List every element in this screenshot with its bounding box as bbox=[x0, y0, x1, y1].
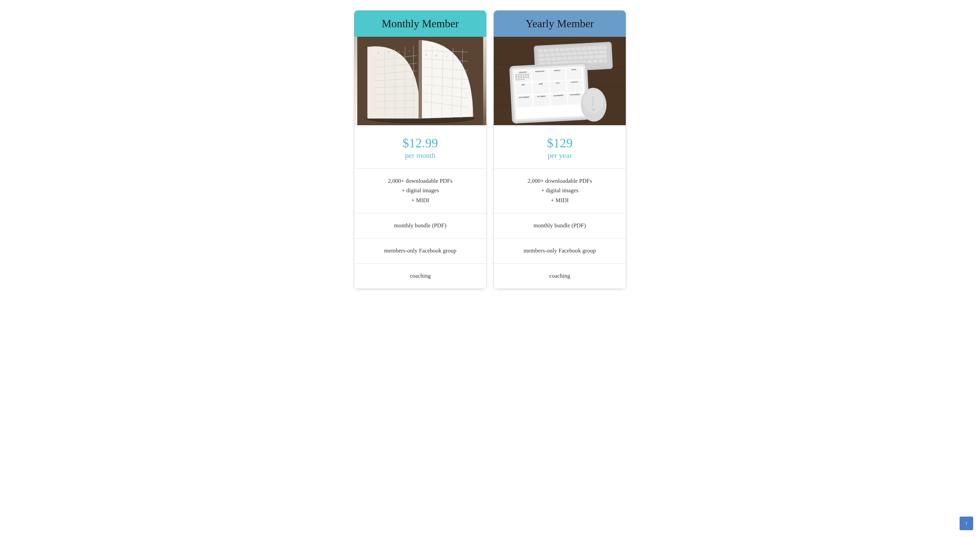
svg-rect-122 bbox=[527, 75, 529, 76]
svg-text:MARCH: MARCH bbox=[554, 69, 560, 72]
svg-rect-61 bbox=[583, 51, 588, 55]
yearly-feature-downloads: 2,000+ downloadable PDFs+ digital images… bbox=[494, 169, 626, 214]
svg-rect-126 bbox=[523, 77, 524, 78]
svg-rect-111 bbox=[515, 74, 517, 75]
svg-rect-55 bbox=[550, 53, 555, 56]
scroll-to-top-icon: ↑ bbox=[965, 520, 968, 527]
svg-rect-125 bbox=[520, 77, 522, 78]
svg-text:1: 1 bbox=[378, 51, 379, 54]
svg-rect-67 bbox=[551, 57, 556, 61]
svg-rect-62 bbox=[588, 51, 593, 54]
svg-rect-63 bbox=[594, 51, 598, 54]
yearly-price-section: $129 per year bbox=[494, 125, 626, 169]
monthly-card-title: Monthly Member bbox=[382, 18, 459, 30]
svg-rect-42 bbox=[549, 49, 554, 53]
svg-rect-52 bbox=[603, 46, 606, 49]
yearly-card-body: $129 per year 2,000+ downloadable PDFs+ … bbox=[494, 125, 626, 289]
svg-rect-124 bbox=[518, 78, 520, 79]
yearly-feature-facebook: members-only Facebook group bbox=[494, 239, 626, 264]
monthly-price-section: $12.99 per month bbox=[354, 125, 486, 169]
svg-rect-68 bbox=[557, 57, 562, 61]
svg-rect-116 bbox=[527, 73, 529, 75]
svg-rect-132 bbox=[523, 79, 524, 80]
svg-rect-51 bbox=[598, 46, 602, 50]
scroll-to-top-button[interactable]: ↑ bbox=[959, 516, 973, 530]
svg-rect-70 bbox=[568, 56, 572, 60]
yearly-feature-bundle: monthly bundle (PDF) bbox=[494, 214, 626, 239]
svg-rect-53 bbox=[538, 53, 544, 57]
svg-rect-74 bbox=[589, 55, 594, 59]
yearly-feature-coaching: coaching bbox=[494, 264, 626, 289]
svg-text:MAY: MAY bbox=[522, 84, 526, 86]
svg-rect-81 bbox=[598, 59, 603, 63]
svg-rect-119 bbox=[520, 76, 522, 76]
monthly-card-header: Monthly Member bbox=[354, 11, 486, 37]
monthly-feature-coaching: coaching bbox=[354, 264, 486, 289]
monthly-feature-coaching-text: coaching bbox=[361, 271, 479, 281]
svg-rect-66 bbox=[546, 57, 550, 61]
svg-text:JULY: JULY bbox=[556, 82, 560, 84]
pricing-page: Monthly Member bbox=[337, 7, 643, 293]
svg-rect-123 bbox=[515, 78, 517, 79]
svg-rect-59 bbox=[572, 52, 577, 56]
yearly-card-image: JANUARY FEBRUARY MARCH APRIL MAY JUNE JU… bbox=[494, 37, 626, 125]
yearly-price-period: per year bbox=[501, 151, 619, 160]
svg-rect-112 bbox=[518, 74, 520, 75]
svg-rect-60 bbox=[578, 51, 582, 55]
monthly-planner-illustration: 1 2 3 4 5 6 7 bbox=[357, 37, 483, 125]
svg-rect-47 bbox=[576, 47, 581, 51]
monthly-price-period: per month bbox=[361, 151, 479, 160]
svg-rect-57 bbox=[561, 53, 566, 56]
yearly-feature-downloads-text: 2,000+ downloadable PDFs+ digital images… bbox=[501, 176, 619, 206]
monthly-card-body: $12.99 per month 2,000+ downloadable PDF… bbox=[354, 125, 486, 289]
svg-rect-71 bbox=[573, 56, 578, 60]
svg-rect-129 bbox=[515, 79, 517, 80]
svg-rect-117 bbox=[515, 76, 517, 77]
svg-text:4: 4 bbox=[408, 49, 410, 53]
svg-rect-41 bbox=[543, 49, 548, 53]
yearly-card-header: Yearly Member bbox=[494, 11, 626, 37]
svg-rect-64 bbox=[599, 50, 606, 54]
svg-rect-114 bbox=[523, 74, 524, 75]
monthly-feature-bundle-text: monthly bundle (PDF) bbox=[361, 221, 479, 231]
svg-rect-40 bbox=[538, 49, 543, 53]
monthly-feature-downloads: 2,000+ downloadable PDFs+ digital images… bbox=[354, 169, 486, 214]
svg-rect-49 bbox=[587, 47, 592, 50]
svg-rect-54 bbox=[545, 53, 550, 57]
yearly-feature-facebook-text: members-only Facebook group bbox=[501, 246, 619, 256]
svg-rect-46 bbox=[570, 47, 575, 51]
yearly-price-amount: $129 bbox=[501, 135, 619, 151]
yearly-planner-illustration: JANUARY FEBRUARY MARCH APRIL MAY JUNE JU… bbox=[494, 37, 626, 125]
svg-rect-69 bbox=[562, 56, 567, 60]
svg-rect-48 bbox=[581, 47, 586, 51]
svg-rect-128 bbox=[527, 77, 529, 78]
yearly-feature-coaching-text: coaching bbox=[501, 271, 619, 281]
svg-rect-80 bbox=[593, 59, 598, 63]
svg-text:2: 2 bbox=[388, 51, 390, 54]
svg-rect-127 bbox=[525, 77, 527, 78]
svg-rect-72 bbox=[579, 56, 583, 59]
svg-text:6: 6 bbox=[436, 54, 437, 57]
svg-text:5: 5 bbox=[425, 53, 427, 56]
svg-text:3: 3 bbox=[398, 50, 400, 53]
monthly-feature-bundle: monthly bundle (PDF) bbox=[354, 214, 486, 239]
svg-rect-43 bbox=[554, 48, 559, 52]
svg-rect-75 bbox=[595, 54, 607, 59]
svg-rect-44 bbox=[560, 48, 565, 52]
svg-rect-32 bbox=[418, 40, 422, 118]
monthly-card-image: 1 2 3 4 5 6 7 bbox=[354, 37, 486, 125]
svg-text:APRIL: APRIL bbox=[571, 69, 576, 71]
monthly-feature-facebook-text: members-only Facebook group bbox=[361, 246, 479, 256]
svg-rect-73 bbox=[584, 56, 588, 59]
monthly-card: Monthly Member bbox=[354, 10, 487, 289]
svg-text:JUNE: JUNE bbox=[538, 83, 543, 85]
svg-rect-121 bbox=[525, 76, 527, 76]
svg-rect-115 bbox=[525, 74, 527, 75]
svg-point-136 bbox=[592, 108, 595, 111]
svg-text:7: 7 bbox=[446, 55, 447, 58]
svg-rect-82 bbox=[605, 59, 607, 62]
svg-rect-50 bbox=[592, 46, 597, 50]
svg-rect-45 bbox=[565, 48, 570, 51]
svg-rect-58 bbox=[566, 52, 571, 56]
yearly-card-title: Yearly Member bbox=[526, 18, 594, 30]
